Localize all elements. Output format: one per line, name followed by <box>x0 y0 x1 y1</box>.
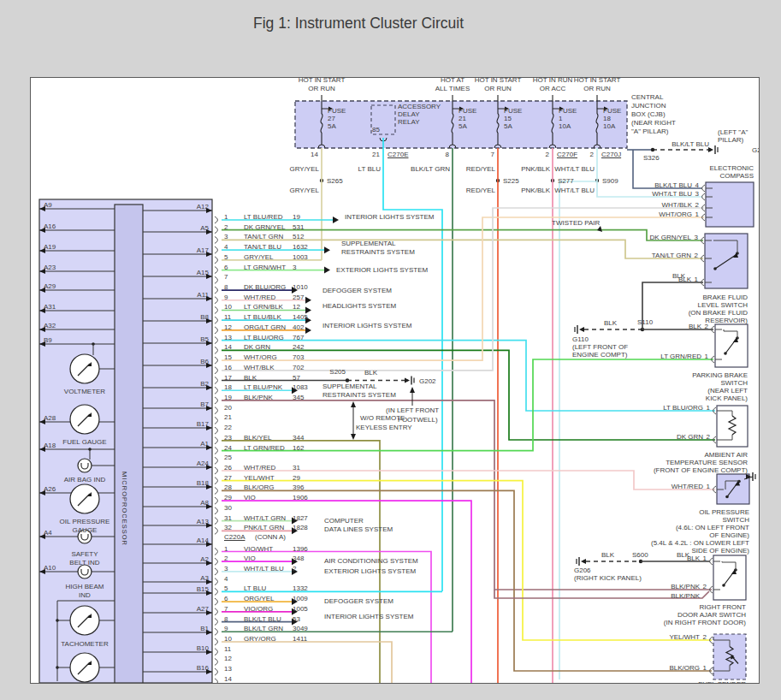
system-label: INTERIOR LIGHTS SYSTEM <box>345 213 434 221</box>
pin-cavity-icon <box>702 185 706 192</box>
electronic-compass-box <box>706 182 754 227</box>
m-row-28-pin: 28 <box>224 483 232 491</box>
connector-cavity-icon <box>215 518 218 525</box>
ambient-air-temperature-sensor-pin-2: 2 <box>707 433 710 441</box>
connector-cavity-icon <box>215 306 218 313</box>
system-arrow-icon <box>333 217 339 223</box>
connector-cavity-icon <box>215 276 218 283</box>
a-row-6-color: ORG/YEL <box>244 595 275 602</box>
feed-header: HOT AT <box>441 77 464 84</box>
wire-label: BLK <box>364 369 377 377</box>
oil-pressure-switch-name: (5.4L & 4.2L : ON LOWER LEFT <box>651 539 749 547</box>
connector-ref-C270E[interactable]: C270E <box>388 151 408 158</box>
electronic-compass-pin-wire: WHT/LT BLU <box>652 190 692 198</box>
system-label: COMPUTER <box>324 517 364 525</box>
splice-label-s205: S205 <box>329 368 346 376</box>
cluster-pin-B8: B8 <box>200 313 209 321</box>
m-row-10-color: LT GRN/BLK <box>244 303 283 311</box>
connector-cavity-icon <box>215 448 218 454</box>
m-row-5-pin: 5 <box>224 253 228 261</box>
connector-cavity-icon <box>215 478 218 484</box>
electronic-compass-pin-wire: WHT/BLK <box>661 201 692 209</box>
m-row-19-color: BLK/PNK <box>244 394 273 401</box>
splice-label: S277 <box>558 177 574 185</box>
connector-cavity-icon <box>215 649 218 656</box>
cluster-pin-A17: A17 <box>197 246 209 254</box>
connector-ref-C220A[interactable]: C220A <box>224 533 245 541</box>
g200-note: (LEFT "A" <box>718 128 748 136</box>
fuse-label: FUSE <box>559 107 577 115</box>
m-row-17-circuit: 57 <box>293 374 300 382</box>
m-row-14-circuit: 242 <box>293 343 304 351</box>
m-row-3-pin: 3 <box>224 233 228 240</box>
keyless-note: KEYLESS ENTRY <box>356 424 412 431</box>
gauge-label: IND <box>79 591 91 599</box>
connector-cavity-icon <box>215 257 218 264</box>
m-row-10-circuit: 12 <box>293 303 300 311</box>
connector-cavity-icon <box>215 417 218 424</box>
a-row-9-pin: 9 <box>224 625 228 632</box>
a-row-4-pin: 4 <box>224 575 228 583</box>
connector-cavity-icon <box>215 357 218 364</box>
wire-lt-blu <box>383 138 442 591</box>
m-row-23-pin: 23 <box>224 434 232 442</box>
m-row-18-color: LT BLU/PNK <box>244 383 282 391</box>
m-row-31-pin: 31 <box>224 514 232 522</box>
wires-layer <box>31 78 759 683</box>
cluster-pin-B16: B16 <box>197 664 209 672</box>
a-row-5-circuit: 1332 <box>293 584 308 592</box>
m-row-15-circuit: 703 <box>293 353 304 361</box>
a-row-12-pin: 12 <box>224 655 232 662</box>
connector-cavity-icon <box>215 347 218 353</box>
m-row-6-circuit: 3 <box>293 264 296 271</box>
connA-suffix: (CONN A) <box>255 533 286 541</box>
a-row-6-pin: 6 <box>224 595 228 602</box>
parking-brake-switch-name: (NEAR LEFT <box>707 387 748 394</box>
connector-cavity-icon <box>215 397 218 404</box>
brake-fluid-level-switch-name: LEVEL SWITCH <box>698 301 748 309</box>
connector-cavity-icon <box>215 487 218 494</box>
relay-wire-color: LT BLU <box>358 165 381 173</box>
m-row-19-circuit: 345 <box>293 394 304 401</box>
cluster-pin-A5: A5 <box>200 224 209 232</box>
electronic-compass-pin-wire: WHT/ORG <box>659 211 692 218</box>
system-label: EXTERIOR LIGHTS SYSTEM <box>324 567 416 575</box>
connector-cavity-icon <box>215 598 218 605</box>
connector-ref-C270J[interactable]: C270J <box>601 151 621 158</box>
gauge-label: OIL PRESSURE <box>60 518 110 525</box>
brake-fluid-level-switch-pin-1: 1 <box>695 276 698 283</box>
ground-label: G200 <box>752 146 760 154</box>
connector-cavity-icon <box>215 527 218 534</box>
fuse-label: 10A <box>603 122 615 130</box>
cluster-pin-A2: A2 <box>200 555 209 563</box>
m-row-1-circuit: 19 <box>293 213 300 221</box>
connector-cavity-icon <box>215 246 218 253</box>
a-row-2-color: VIO <box>244 555 256 562</box>
wire-wht-lt-blu-branch <box>559 181 597 679</box>
oil-pressure-switch-name: OIL PRESSURE <box>699 508 749 516</box>
cluster-pin-A31: A31 <box>44 303 56 311</box>
pin-cavity-icon <box>702 193 706 200</box>
connector-cavity-icon <box>215 367 218 374</box>
connector-cavity-icon <box>215 297 218 304</box>
a-row-10-circuit: 1411 <box>293 635 307 643</box>
feed-header: OR RUN <box>583 85 611 92</box>
brake-fluid-level-switch-pin-3: 3 <box>695 234 698 241</box>
m-row-17-pin: 17 <box>224 374 232 382</box>
right-front-door-ajar-switch-pin-wire: BLK <box>687 555 700 562</box>
connector-cavity-icon <box>215 407 218 414</box>
parking-brake-switch-pin-wire: BLK <box>689 323 701 330</box>
m-row-32-circuit: 1828 <box>293 524 308 531</box>
a-row-2-circuit: 348 <box>293 555 304 562</box>
m-row-3-color: TAN/LT GRN <box>244 233 283 240</box>
cluster-pin-B15: B15 <box>197 585 209 593</box>
m-row-6-color: LT GRN/WHT <box>244 264 286 271</box>
ambient-air-temperature-sensor-name: TEMPERATURE SENSOR <box>666 459 748 466</box>
m-row-16-circuit: 702 <box>293 364 304 371</box>
note-arrow-icon <box>351 401 356 407</box>
cluster-pin-B6: B6 <box>200 358 209 365</box>
system-arrow-icon <box>324 267 330 274</box>
gauge-label: SAFETY <box>71 550 98 558</box>
parking-brake-switch-name: KICK PANEL) <box>706 394 748 402</box>
connector-ref-C270F[interactable]: C270F <box>557 151 577 158</box>
